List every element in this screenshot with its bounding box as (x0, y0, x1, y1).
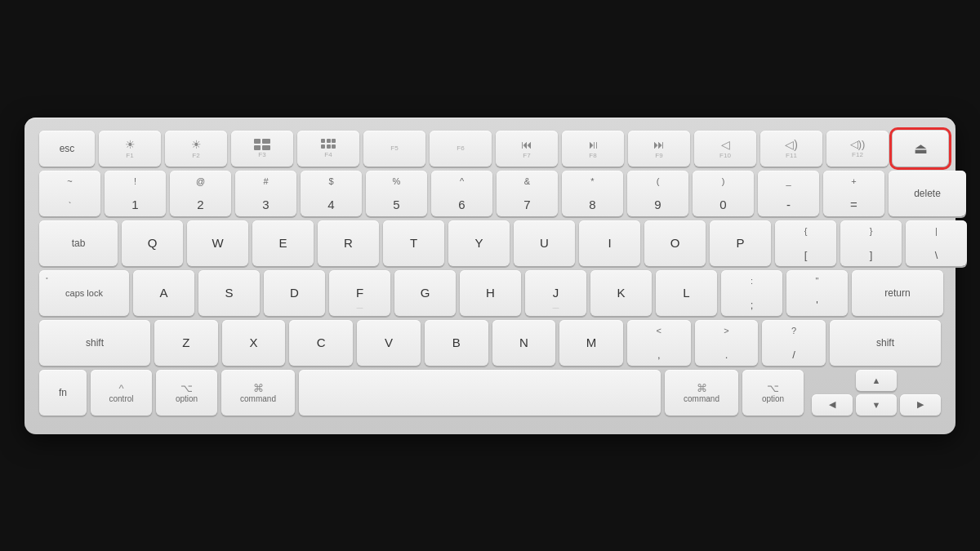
asdf-row: • caps lock A S D F — G H J — K L : ; " … (39, 270, 941, 316)
key-e[interactable]: E (252, 220, 314, 266)
key-0[interactable]: ) 0 (693, 171, 754, 216)
key-backslash[interactable]: | \ (906, 220, 967, 266)
key-f12[interactable]: ◁)) F12 (826, 131, 889, 167)
key-fn[interactable]: fn (39, 370, 87, 415)
number-row: ~ ` ! 1 @ 2 # 3 $ 4 % 5 ^ 6 & 7 (39, 171, 941, 216)
key-f8[interactable]: ⏯ F8 (562, 131, 624, 167)
key-k[interactable]: K (590, 270, 652, 316)
key-h[interactable]: H (460, 270, 521, 316)
key-j[interactable]: J — (525, 270, 586, 316)
key-q[interactable]: Q (122, 220, 183, 266)
function-row: esc ☀ F1 ☀ F2 F3 (39, 131, 941, 167)
key-option-right[interactable]: ⌥ option (742, 370, 804, 415)
key-eject[interactable]: ⏏ (893, 131, 948, 167)
key-c[interactable]: C (289, 320, 353, 366)
key-arrow-right[interactable]: ▶ (900, 394, 941, 415)
svg-rect-8 (327, 144, 331, 149)
key-shift-right[interactable]: shift (830, 320, 941, 366)
key-u[interactable]: U (514, 220, 575, 266)
svg-rect-4 (321, 139, 325, 143)
key-r[interactable]: R (318, 220, 379, 266)
key-f9[interactable]: ⏭ F9 (628, 131, 690, 167)
key-comma[interactable]: < , (627, 320, 691, 366)
key-8[interactable]: * 8 (562, 171, 623, 216)
zxcv-row: shift Z X C V B N M < , > . ? / shift (39, 320, 941, 366)
key-minus[interactable]: _ - (758, 171, 819, 216)
key-9[interactable]: ( 9 (627, 171, 688, 216)
key-w[interactable]: W (187, 220, 248, 266)
key-option-left[interactable]: ⌥ option (156, 370, 217, 415)
key-s[interactable]: S (198, 270, 260, 316)
svg-rect-0 (254, 139, 261, 144)
key-control[interactable]: ^ control (91, 370, 152, 415)
key-f2[interactable]: ☀ F2 (165, 131, 227, 167)
key-v[interactable]: V (357, 320, 421, 366)
key-5[interactable]: % 5 (366, 171, 427, 216)
key-2[interactable]: @ 2 (170, 171, 231, 216)
key-arrow-left[interactable]: ◀ (812, 394, 853, 415)
key-y[interactable]: Y (448, 220, 510, 266)
key-7[interactable]: & 7 (497, 171, 558, 216)
key-f[interactable]: F — (329, 270, 390, 316)
svg-rect-1 (262, 139, 270, 144)
key-6[interactable]: ^ 6 (431, 171, 492, 216)
key-f10[interactable]: ◁ F10 (694, 131, 756, 167)
key-delete[interactable]: delete (889, 171, 966, 216)
key-caps-lock[interactable]: • caps lock (39, 270, 129, 316)
key-tab[interactable]: tab (39, 220, 118, 266)
key-period[interactable]: > . (695, 320, 759, 366)
key-o[interactable]: O (644, 220, 706, 266)
key-close-bracket[interactable]: } ] (840, 220, 902, 266)
svg-rect-9 (332, 144, 336, 149)
svg-rect-5 (327, 139, 331, 143)
key-f1[interactable]: ☀ F1 (99, 131, 161, 167)
key-z[interactable]: Z (154, 320, 218, 366)
modifier-row: fn ^ control ⌥ option ⌘ command ⌘ comman… (39, 370, 941, 415)
key-p[interactable]: P (710, 220, 771, 266)
key-l[interactable]: L (656, 270, 717, 316)
key-arrow-up[interactable]: ▲ (856, 370, 897, 391)
key-3[interactable]: # 3 (235, 171, 296, 216)
key-1[interactable]: ! 1 (105, 171, 166, 216)
key-backtick[interactable]: ~ ` (39, 171, 100, 216)
key-quote[interactable]: " ' (786, 270, 848, 316)
key-f4[interactable]: F4 (297, 131, 359, 167)
key-slash[interactable]: ? / (762, 320, 826, 366)
key-arrow-down[interactable]: ▼ (856, 394, 897, 415)
key-open-bracket[interactable]: { [ (775, 220, 836, 266)
key-shift-left[interactable]: shift (39, 320, 150, 366)
key-esc[interactable]: esc (39, 131, 95, 167)
key-t[interactable]: T (383, 220, 444, 266)
key-equals[interactable]: + = (823, 171, 884, 216)
arrow-cluster: ▲ ◀ ▼ ▶ (812, 370, 941, 415)
key-f7[interactable]: ⏮ F7 (496, 131, 558, 167)
keyboard: esc ☀ F1 ☀ F2 F3 (24, 118, 956, 434)
key-b[interactable]: B (425, 320, 488, 366)
key-g[interactable]: G (394, 270, 456, 316)
key-return[interactable]: return (852, 270, 943, 316)
key-n[interactable]: N (492, 320, 556, 366)
key-4[interactable]: $ 4 (301, 171, 362, 216)
key-command-right[interactable]: ⌘ command (665, 370, 738, 415)
key-f11[interactable]: ◁) F11 (760, 131, 822, 167)
qwerty-row: tab Q W E R T Y U I O P { [ } ] | \ (39, 220, 941, 266)
key-d[interactable]: D (264, 270, 325, 316)
svg-rect-2 (254, 145, 261, 150)
key-semicolon[interactable]: : ; (721, 270, 782, 316)
svg-rect-7 (321, 144, 325, 149)
key-command-left[interactable]: ⌘ command (221, 370, 295, 415)
key-f3[interactable]: F3 (231, 131, 293, 167)
key-f6[interactable]: F6 (430, 131, 492, 167)
key-space[interactable] (299, 370, 661, 415)
key-m[interactable]: M (559, 320, 623, 366)
key-i[interactable]: I (579, 220, 640, 266)
key-x[interactable]: X (222, 320, 286, 366)
key-f5[interactable]: F5 (363, 131, 425, 167)
key-a[interactable]: A (133, 270, 194, 316)
svg-rect-3 (262, 145, 270, 150)
svg-rect-6 (332, 139, 336, 143)
